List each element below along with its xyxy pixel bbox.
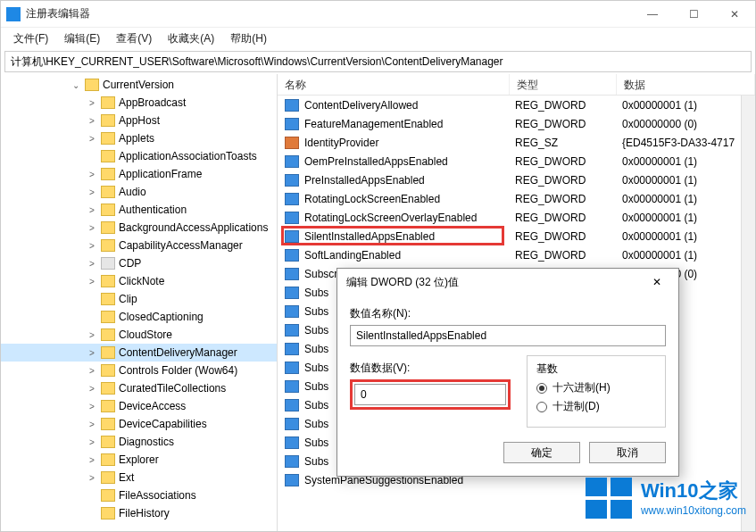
expand-icon[interactable]: > — [87, 116, 97, 126]
menu-favorites[interactable]: 收藏夹(A) — [161, 29, 221, 48]
tree-row[interactable]: >Diagnostics — [1, 433, 277, 451]
tree-row[interactable]: >ClickNote — [1, 272, 277, 290]
col-name[interactable]: 名称 — [278, 74, 510, 95]
folder-icon — [101, 418, 115, 430]
expand-icon[interactable]: > — [87, 134, 97, 144]
expand-icon[interactable]: > — [87, 455, 97, 465]
value-name: RotatingLockScreenOverlayEnabled — [304, 212, 515, 224]
tree-row[interactable]: FileHistory — [1, 504, 277, 522]
list-row[interactable]: SilentInstalledAppsEnabledREG_DWORD0x000… — [278, 227, 755, 245]
tree-row[interactable]: >Audio — [1, 183, 277, 201]
tree-view[interactable]: ⌄CurrentVersion>AppBroadcast>AppHost>App… — [1, 74, 278, 531]
value-name-input[interactable] — [350, 325, 666, 346]
expand-icon[interactable]: > — [87, 473, 97, 483]
tree-row[interactable]: >DeviceAccess — [1, 397, 277, 415]
list-row[interactable]: PreInstalledAppsEnabledREG_DWORD0x000000… — [278, 170, 755, 189]
tree-row[interactable]: >AppHost — [1, 112, 277, 129]
folder-icon — [101, 275, 115, 287]
dword-value-icon — [285, 474, 299, 486]
dword-value-icon — [285, 212, 299, 224]
radio-dot-icon — [536, 402, 547, 412]
expand-icon[interactable]: > — [87, 402, 97, 411]
radio-dec[interactable]: 十进制(D) — [536, 399, 656, 414]
expand-icon[interactable]: > — [87, 223, 97, 233]
expand-icon[interactable]: > — [87, 187, 97, 197]
tree-label: FileAssociations — [119, 489, 196, 502]
value-type: REG_DWORD — [515, 155, 622, 168]
col-type[interactable]: 类型 — [510, 74, 617, 95]
expand-icon[interactable]: > — [87, 348, 97, 358]
minimize-button[interactable]: — — [632, 1, 673, 28]
tree-row[interactable]: >DeviceCapabilities — [1, 415, 277, 433]
list-row[interactable]: RotatingLockScreenOverlayEnabledREG_DWOR… — [278, 208, 755, 227]
dialog-close-button[interactable]: ✕ — [644, 270, 669, 295]
cancel-button[interactable]: 取消 — [589, 442, 666, 463]
value-name-label: 数值名称(N): — [350, 306, 666, 321]
tree-row[interactable]: >CapabilityAccessManager — [1, 237, 277, 254]
tree-label: ClosedCaptioning — [119, 311, 204, 323]
tree-label: AppHost — [119, 114, 160, 127]
folder-icon — [101, 96, 115, 109]
menu-help[interactable]: 帮助(H) — [223, 29, 274, 48]
tree-row[interactable]: >BackgroundAccessApplications — [1, 219, 277, 237]
expand-icon[interactable]: > — [87, 170, 97, 179]
expand-icon[interactable]: > — [87, 366, 97, 376]
tree-label: FileHistory — [119, 507, 170, 520]
tree-row[interactable]: >Ext — [1, 469, 277, 486]
value-data: 0x00000001 (1) — [622, 99, 755, 112]
tree-row[interactable]: FileAssociations — [1, 486, 277, 504]
expand-icon[interactable]: > — [87, 98, 97, 108]
list-row[interactable]: SoftLandingEnabledREG_DWORD0x00000001 (1… — [278, 245, 755, 264]
tree-row[interactable]: ApplicationAssociationToasts — [1, 147, 277, 165]
value-data-highlight — [350, 379, 511, 410]
list-row[interactable]: RotatingLockScreenEnabledREG_DWORD0x0000… — [278, 189, 755, 208]
tree-row[interactable]: >ApplicationFrame — [1, 165, 277, 183]
tree-row[interactable]: >CuratedTileCollections — [1, 379, 277, 397]
list-row[interactable]: ContentDeliveryAllowedREG_DWORD0x0000000… — [278, 96, 755, 114]
value-data-input[interactable] — [354, 384, 506, 405]
expand-icon[interactable]: > — [87, 330, 97, 340]
value-type: REG_DWORD — [515, 174, 622, 187]
expand-icon[interactable]: > — [87, 420, 97, 429]
tree-row[interactable]: >Controls Folder (Wow64) — [1, 362, 277, 379]
value-name: SilentInstalledAppsEnabled — [304, 230, 515, 243]
value-type: REG_DWORD — [515, 99, 622, 112]
menu-edit[interactable]: 编辑(E) — [57, 29, 107, 48]
folder-icon — [101, 346, 115, 359]
list-row[interactable]: IdentityProviderREG_SZ{ED4515F3-DA33-471… — [278, 133, 755, 152]
address-bar[interactable]: 计算机\HKEY_CURRENT_USER\Software\Microsoft… — [4, 51, 752, 72]
collapse-icon[interactable]: ⌄ — [71, 80, 81, 90]
tree-label: ApplicationFrame — [119, 168, 202, 180]
dialog-titlebar[interactable]: 编辑 DWORD (32 位)值 ✕ — [337, 269, 678, 295]
ok-button[interactable]: 确定 — [503, 442, 580, 463]
list-row[interactable]: OemPreInstalledAppsEnabledREG_DWORD0x000… — [278, 152, 755, 170]
tree-row[interactable]: >Applets — [1, 129, 277, 147]
tree-row[interactable]: >AppBroadcast — [1, 94, 277, 112]
close-button[interactable]: ✕ — [714, 1, 755, 28]
col-data[interactable]: 数据 — [617, 74, 755, 95]
expand-icon[interactable]: > — [87, 277, 97, 287]
tree-row[interactable]: >CloudStore — [1, 326, 277, 344]
scrollbar-vertical[interactable] — [741, 96, 755, 531]
list-row[interactable]: FeatureManagementEnabledREG_DWORD0x00000… — [278, 114, 755, 133]
menu-file[interactable]: 文件(F) — [6, 29, 55, 48]
expand-icon[interactable]: > — [87, 437, 97, 447]
dword-value-icon — [285, 174, 299, 187]
tree-row[interactable]: Clip — [1, 290, 277, 308]
tree-row[interactable]: >ContentDeliveryManager — [1, 344, 277, 362]
folder-icon — [101, 132, 115, 145]
expand-icon[interactable]: > — [87, 384, 97, 394]
menu-view[interactable]: 查看(V) — [109, 29, 159, 48]
tree-row[interactable]: >Explorer — [1, 451, 277, 469]
tree-row[interactable]: >Authentication — [1, 201, 277, 219]
maximize-button[interactable]: ☐ — [673, 1, 714, 28]
tree-row[interactable]: ClosedCaptioning — [1, 308, 277, 326]
expand-icon[interactable]: > — [87, 205, 97, 215]
expand-icon[interactable]: > — [87, 241, 97, 251]
radio-hex[interactable]: 十六进制(H) — [536, 380, 656, 395]
folder-icon — [101, 168, 115, 180]
tree-row[interactable]: >CDP — [1, 254, 277, 272]
tree-row-root[interactable]: ⌄CurrentVersion — [1, 76, 277, 94]
expand-icon[interactable]: > — [87, 259, 97, 269]
string-value-icon — [285, 137, 299, 149]
